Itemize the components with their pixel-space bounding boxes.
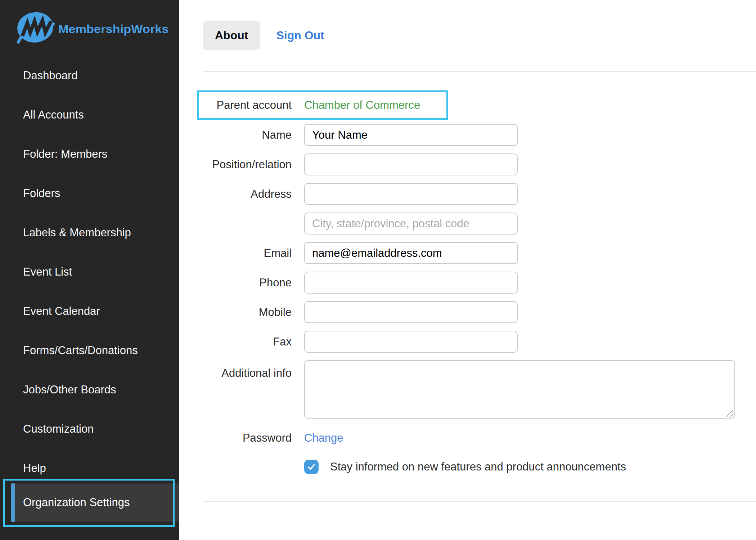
sidebar-item-event-calendar[interactable]: Event Calendar <box>0 291 179 331</box>
sidebar-item-forms-carts-donations[interactable]: Forms/Carts/Donations <box>0 331 179 370</box>
sign-out-link[interactable]: Sign Out <box>276 29 324 42</box>
membershipworks-logo-icon <box>16 10 55 45</box>
fax-input[interactable] <box>304 331 518 353</box>
sidebar-item-event-list[interactable]: Event List <box>0 252 179 291</box>
about-form: Name Position/relation Address Email Pho… <box>197 124 756 474</box>
form-row: Name <box>197 124 756 146</box>
newsletter-checkbox[interactable] <box>304 460 319 474</box>
form-row: Phone <box>197 272 756 294</box>
sidebar: MembershipWorks Dashboard All Accounts F… <box>0 0 179 540</box>
sidebar-item-label: Organization Settings <box>23 496 130 509</box>
position-relation-label: Position/relation <box>197 158 292 171</box>
sidebar-nav: Dashboard All Accounts Folder: Members F… <box>0 44 179 488</box>
form-row: Position/relation <box>197 153 756 175</box>
parent-account-callout: Parent account Chamber of Commerce <box>197 90 448 120</box>
tab-bar: About Sign Out <box>203 21 756 50</box>
form-row <box>197 213 756 235</box>
sidebar-item-dashboard[interactable]: Dashboard <box>0 56 179 95</box>
email-input[interactable] <box>304 242 518 264</box>
address-input[interactable] <box>304 183 518 205</box>
additional-info-textarea[interactable] <box>304 360 735 419</box>
newsletter-row: Stay informed on new features and produc… <box>304 460 756 474</box>
checkmark-icon <box>306 461 317 472</box>
main-content: About Sign Out Parent account Chamber of… <box>179 0 756 540</box>
logo-text: MembershipWorks <box>58 22 169 36</box>
sidebar-item-organization-settings[interactable]: Organization Settings <box>11 483 179 522</box>
position-relation-input[interactable] <box>304 153 518 175</box>
address-label: Address <box>197 188 292 201</box>
form-row: Mobile <box>197 301 756 323</box>
tab-about[interactable]: About <box>203 21 260 50</box>
form-row: Email <box>197 242 756 264</box>
sidebar-item-help[interactable]: Help <box>0 448 179 488</box>
sidebar-item-labels-membership[interactable]: Labels & Membership <box>0 213 179 252</box>
phone-label: Phone <box>197 276 292 289</box>
form-row: Additional info <box>197 360 756 420</box>
divider <box>203 501 756 502</box>
form-row: Address <box>197 183 756 205</box>
city-state-postal-input[interactable] <box>304 213 518 235</box>
sidebar-item-jobs-other-boards[interactable]: Jobs/Other Boards <box>0 370 179 409</box>
additional-info-label: Additional info <box>197 360 292 380</box>
newsletter-label: Stay informed on new features and produc… <box>330 460 626 473</box>
change-password-link[interactable]: Change <box>304 432 756 445</box>
logo: MembershipWorks <box>0 0 179 44</box>
form-row: Password Change <box>197 430 756 446</box>
sidebar-item-all-accounts[interactable]: All Accounts <box>0 95 179 134</box>
password-label: Password <box>197 432 292 445</box>
phone-input[interactable] <box>304 272 518 294</box>
parent-account-label: Parent account <box>199 99 292 112</box>
email-label: Email <box>197 247 292 260</box>
parent-account-value[interactable]: Chamber of Commerce <box>304 99 446 112</box>
sidebar-item-customization[interactable]: Customization <box>0 409 179 448</box>
fax-label: Fax <box>197 335 292 348</box>
sidebar-item-folder-members[interactable]: Folder: Members <box>0 134 179 174</box>
mobile-input[interactable] <box>304 301 518 323</box>
name-input[interactable] <box>304 124 518 146</box>
form-row: Fax <box>197 331 756 353</box>
divider <box>203 71 756 72</box>
name-label: Name <box>197 129 292 142</box>
active-item-indicator-bar <box>11 483 15 522</box>
sidebar-item-folders[interactable]: Folders <box>0 174 179 213</box>
mobile-label: Mobile <box>197 306 292 319</box>
